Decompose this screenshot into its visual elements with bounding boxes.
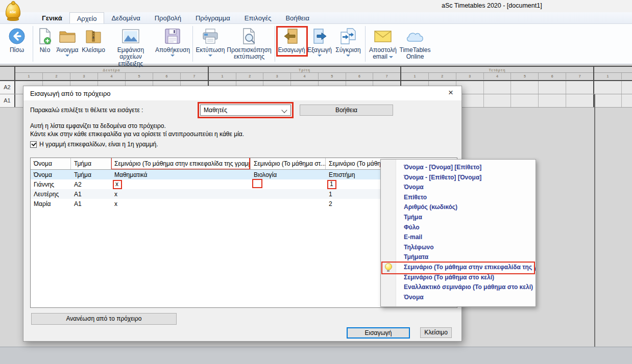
tab-dedomena[interactable]: Δεδομένα [104,12,147,23]
print-button[interactable]: Εκτύπωση [195,25,226,57]
window-title: aSc Timetables 2020 - [document1] [442,2,542,9]
column-header-tmima[interactable]: Τμήμα [71,158,111,169]
menu-item-seminar-row-header[interactable]: Σεμινάριο (Το μάθημα στην επικεφαλίδα τη… [381,263,536,273]
export-dropdown-caret[interactable] [318,55,322,57]
ribbon-tab-bar: Γενικά Αρχείο Δεδομένα Προβολή Πρόγραμμα… [0,12,632,24]
menu-item-seminar-cell[interactable]: Σεμινάριο (Το μάθημα στο κελί) [381,273,536,283]
grid-day-tuesday: Τρίτη 1234567 [209,67,401,80]
demo-files-icon [121,25,140,47]
info-line-1: Αυτή η λίστα εμφανίζει τα δεδομένα στο π… [30,122,166,129]
new-document-icon [37,25,53,47]
grid-day-separator-line [594,94,595,347]
print-preview-icon [240,25,258,47]
help-button[interactable]: Βοήθεια [300,105,393,116]
header-row-checkbox[interactable] [30,141,37,148]
menu-item-name[interactable]: Όνομα [381,293,536,303]
ribbon-separator [192,26,193,62]
print-preview-button[interactable]: Προεπισκόπηση εκτύπωσης [226,25,273,61]
menu-item-name-first-last[interactable]: Όνομα - [Όνομα] [Επίθετο] [381,163,536,173]
info-line-2: Κάντε κλικ στην κάθε επικεφαλίδα για να … [30,131,244,138]
import-icon [282,25,301,47]
menu-item-number-code[interactable]: Αριθμός (κωδικός) [381,202,536,213]
row-label-a2: A2 [0,81,15,94]
import-button[interactable]: Εισαγωγή [277,25,306,54]
open-dropdown-caret[interactable] [65,55,69,57]
cell-annotation-box: 1 [327,180,336,189]
dialog-close-icon[interactable]: × [440,86,461,100]
column-header-onoma[interactable]: Όνομα [31,158,71,169]
ribbon-separator [365,26,366,62]
column-header-seminario-cell[interactable]: Σεμινάριο (Το μάθημα στ... [251,158,326,169]
print-icon [201,25,220,47]
row-label-a1: A1 [0,94,15,107]
bottom-bar [0,347,632,364]
menu-item-class[interactable]: Τμήμα [381,213,536,223]
cloud-icon [405,25,425,47]
tab-provoli[interactable]: Προβολή [148,12,188,23]
menu-item-email[interactable]: E-mail [381,232,536,243]
export-icon [310,25,329,47]
email-icon [373,25,393,47]
import-type-prompt: Παρακαλώ επιλέξτε τι θέλετε να εισάγετε … [30,107,143,114]
grid-day-monday: Δευτέρα 1234567 [15,67,209,80]
save-icon [164,25,181,47]
tab-genika[interactable]: Γενικά [35,12,69,23]
title-bar: aSc Timetables 2020 - [document1] [0,0,632,12]
tab-programma[interactable]: Πρόγραμμα [188,12,237,23]
column-header-seminario-row[interactable]: Σεμινάριο (Το μάθημα στην επικεφαλίδα τη… [111,158,251,169]
print-dropdown-caret[interactable] [208,55,212,57]
show-demo-files-button[interactable]: Εμφάνιση αρχείων επίδειξης [107,25,155,67]
dialog-close-button[interactable]: Κλείσιμο [420,327,452,338]
ribbon-separator [33,26,33,62]
tab-voitheia[interactable]: Βοήθεια [278,12,317,23]
asc-bell-logo-icon[interactable]: aSc [4,2,21,23]
save-dropdown-caret[interactable] [171,55,175,57]
grid-corner-cell [0,67,15,80]
compare-dropdown-caret[interactable] [346,55,350,57]
open-folder-icon [58,25,77,47]
close-folder-icon [84,25,103,47]
menu-item-classes[interactable]: Τμήματα [381,252,536,263]
menu-item-name-last-first[interactable]: Όνομα - [Επίθετο] [Όνομα] [381,173,536,183]
cell-annotation-box [252,179,262,188]
back-button[interactable]: Πίσω [3,25,31,54]
refresh-from-clipboard-button[interactable]: Ανανέωση από το πρόχειρο [31,313,177,325]
cell-annotation-box: x [113,180,122,189]
new-button[interactable]: Νέο [35,25,55,54]
dialog-title: Εισαγωγή από το πρόχειρο [23,86,461,100]
menu-item-first-name[interactable]: Όνομα [381,183,536,193]
compare-icon [338,25,358,47]
lightbulb-icon [385,263,392,270]
ribbon: Πίσω Νέο Άνοιγμα Κλείσιμο Εμφάνιση αρχεί… [0,24,632,64]
column-type-context-menu: Όνομα - [Όνομα] [Επίθετο] Όνομα - [Επίθε… [380,159,536,307]
timetables-online-button[interactable]: TimeTables Online [398,25,432,61]
chevron-down-icon [281,107,287,113]
menu-item-phone[interactable]: Τηλέφωνο [381,243,536,253]
import-type-select[interactable]: Μαθητές [200,105,291,116]
menu-item-last-name[interactable]: Επίθετο [381,193,536,203]
export-button[interactable]: Εξαγωγή [306,25,333,57]
back-icon [8,25,26,47]
tab-epiloges[interactable]: Επιλογές [237,12,279,23]
send-email-button[interactable]: Αποστολή email [368,25,398,61]
header-row-checkbox-label: Η γραμμή επικεφαλίδων, είναι η 1η γραμμή… [39,141,158,148]
grid-day-wednesday: Τετάρτη 1234567 [401,67,594,80]
close-file-button[interactable]: Κλείσιμο [80,25,107,54]
menu-item-alt-seminar-cell[interactable]: Εναλλακτικό σεμινάριο (Το μάθημα στο κελ… [381,282,536,293]
email-dropdown-caret[interactable] [389,56,393,58]
open-button[interactable]: Άνοιγμα [55,25,80,57]
grid-day-partial: 1 [594,67,632,80]
tab-archeio[interactable]: Αρχείο [69,12,105,23]
save-button[interactable]: Αποθήκευση [155,25,190,57]
ribbon-separator [275,26,275,62]
compare-button[interactable]: Σύγκριση [333,25,363,57]
menu-item-gender[interactable]: Φύλο [381,223,536,233]
dialog-import-button[interactable]: Εισαγωγή [347,327,410,339]
